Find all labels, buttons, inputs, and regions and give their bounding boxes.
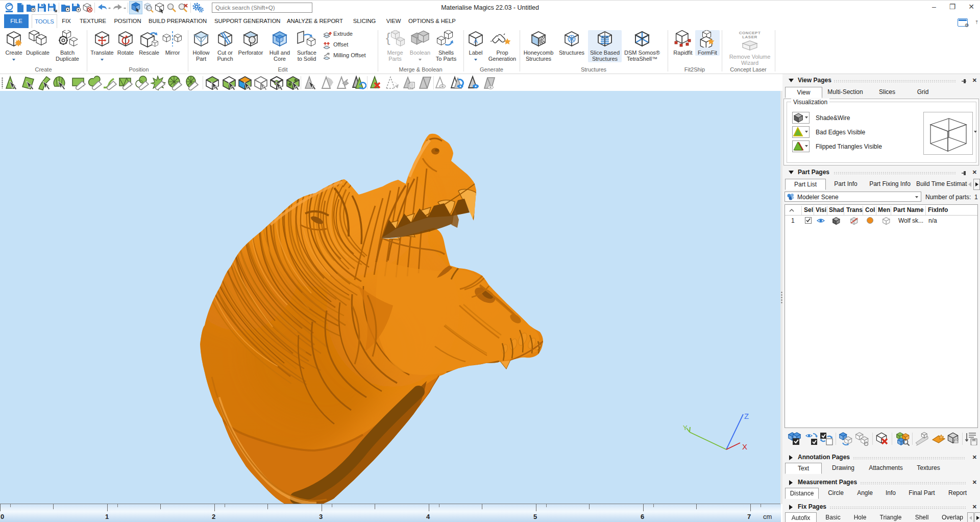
svg-text:Y: Y: [683, 424, 688, 432]
svg-text:A: A: [474, 38, 478, 45]
svg-text:{: {: [386, 30, 390, 45]
svg-text:Z: Z: [744, 412, 749, 420]
svg-text:X: X: [742, 442, 747, 451]
